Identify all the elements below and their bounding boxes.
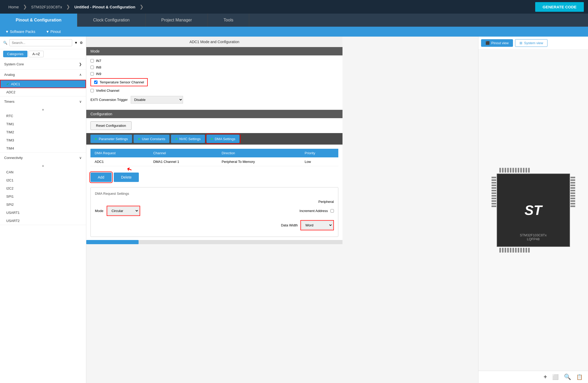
rtc-label: RTC	[6, 114, 13, 118]
chip-right-pins	[570, 177, 575, 207]
usart2-label: USART2	[6, 219, 20, 223]
horizontal-scrollbar[interactable]	[86, 240, 342, 244]
chip-left-pins	[492, 177, 496, 207]
sidebar-item-tim1[interactable]: TIM1	[0, 120, 86, 128]
sidebar-item-tim2[interactable]: TIM2	[0, 128, 86, 136]
sidebar-item-tim4[interactable]: TIM4	[0, 144, 86, 152]
tab-project-manager[interactable]: Project Manager	[146, 14, 208, 27]
fit-view-button[interactable]: ⬜	[552, 374, 559, 380]
exti-label: EXTI Conversion Trigger	[90, 98, 128, 102]
sidebar-item-spi1[interactable]: SPI1	[0, 192, 86, 201]
reset-configuration-button[interactable]: Reset Configuration	[90, 121, 132, 130]
analog-header[interactable]: Analog ∧	[0, 70, 86, 80]
increment-address-checkbox[interactable]	[330, 209, 334, 213]
tab-system-view[interactable]: ⊞ System view	[515, 39, 547, 47]
pin	[492, 195, 496, 197]
pin	[528, 168, 530, 173]
nav-chip[interactable]: STM32F103C8Tx	[27, 3, 66, 11]
tab-clock-configuration[interactable]: Clock Configuration	[77, 14, 146, 27]
sidebar-item-i2c2[interactable]: I2C2	[0, 184, 86, 192]
tab-parameter-settings[interactable]: ● Parameter Settings	[90, 135, 132, 143]
pin	[492, 203, 496, 204]
settings-icon[interactable]: ⚙	[80, 41, 83, 45]
sidebar-item-usart2[interactable]: USART2	[0, 217, 86, 225]
in8-checkbox[interactable]	[90, 66, 94, 69]
sidebar-item-adc2[interactable]: ADC2	[0, 88, 86, 96]
chip-info-label: STM32F103C8Tx LQFP48	[520, 233, 547, 241]
col-priority: Priority	[300, 149, 338, 157]
sidebar-item-can[interactable]: CAN	[0, 168, 86, 176]
chip-with-pins: ST STM32F103C8Tx LQFP48	[497, 174, 570, 247]
temp-sensor-checkbox[interactable]	[94, 81, 98, 84]
system-core-header[interactable]: System Core ❯	[0, 59, 86, 69]
sub-tab-pinout[interactable]: ▼ Pinout	[46, 30, 61, 34]
dma-request-settings: DMA Request Settings Peripheral Mode Cir…	[90, 187, 338, 237]
in9-checkbox[interactable]	[90, 72, 94, 76]
dma-direction-cell: Peripheral To Memory	[218, 157, 300, 166]
sidebar-item-spi2[interactable]: SPI2	[0, 201, 86, 209]
pin	[492, 205, 496, 207]
system-view-label: System view	[524, 41, 543, 45]
pin	[570, 203, 575, 204]
pin	[570, 205, 575, 207]
sidebar-item-usart1[interactable]: USART1	[0, 209, 86, 217]
zoom-out-button[interactable]: 🔍	[564, 374, 571, 380]
tim2-label: TIM2	[6, 130, 14, 134]
col-channel: Channel	[149, 149, 218, 157]
pin	[492, 179, 496, 181]
main-tab-bar: Pinout & Configuration Clock Configurati…	[0, 14, 588, 27]
vrefint-label: Vrefint Channel	[96, 89, 119, 93]
in7-checkbox[interactable]	[90, 59, 94, 62]
peripheral-label: Peripheral	[318, 200, 334, 204]
tab-tools[interactable]: Tools	[208, 14, 249, 27]
delete-dma-button[interactable]: Delete	[114, 173, 139, 182]
config-section-header: Configuration	[86, 110, 342, 118]
chip-package-label: LQFP48	[520, 237, 547, 241]
sidebar-item-i2c1[interactable]: I2C1	[0, 176, 86, 184]
tab-categories[interactable]: Categories	[3, 51, 27, 57]
tab-dma-settings[interactable]: ● DMA Settings	[207, 135, 239, 143]
dropdown-arrow-icon[interactable]: ▼	[74, 41, 78, 45]
pin	[492, 192, 496, 194]
pin	[512, 248, 514, 253]
config-panel: ADC1 Mode and Configuration Mode IN7 IN8…	[86, 37, 342, 244]
tab-user-constants[interactable]: ● User Constants	[134, 135, 169, 143]
sidebar-item-adc1[interactable]: ✔ ADC1	[0, 80, 86, 88]
tab-nvic-settings[interactable]: ● NVIC Settings	[171, 135, 205, 143]
section-connectivity: Connectivity ∨ ▲ CAN I2C1 I2C2 SPI1 SPI2…	[0, 153, 86, 225]
vrefint-checkbox[interactable]	[90, 89, 94, 92]
nav-project[interactable]: Untitled - Pinout & Configuration	[70, 3, 139, 11]
sidebar-item-rtc[interactable]: RTC	[0, 112, 86, 120]
pin	[570, 187, 575, 189]
section-timers: Timers ∨ ▲ RTC TIM1 TIM2 TIM3 TIM4	[0, 96, 86, 153]
grid-icon: ⊞	[520, 41, 522, 45]
nav-home[interactable]: Home	[4, 3, 23, 11]
pin	[523, 168, 524, 173]
dma-channel-cell: DMA1 Channel 1	[149, 157, 218, 166]
scrollbar-thumb[interactable]	[86, 240, 139, 244]
zoom-toolbar: + ⬜ 🔍 📋	[478, 371, 588, 383]
tab-az[interactable]: A->Z	[28, 51, 44, 57]
sub-tab-software-packs[interactable]: ▼ Software Packs	[5, 30, 35, 34]
exti-select[interactable]: Disable Enable	[131, 96, 183, 104]
timers-header[interactable]: Timers ∨	[0, 96, 86, 107]
pin	[570, 200, 575, 202]
zoom-in-button[interactable]: +	[544, 374, 547, 380]
tab-pinout-view[interactable]: ⬛ Pinout view	[481, 39, 513, 47]
chip-top-pins	[499, 168, 530, 173]
tab-pinout-configuration[interactable]: Pinout & Configuration	[0, 14, 77, 27]
data-width-select[interactable]: Byte Half Word Word	[301, 221, 333, 229]
right-panel: ⬛ Pinout view ⊞ System view	[478, 37, 588, 383]
export-button[interactable]: 📋	[576, 374, 583, 380]
connectivity-header[interactable]: Connectivity ∨	[0, 153, 86, 163]
in7-row: IN7	[90, 58, 338, 64]
generate-code-button[interactable]: GENERATE CODE	[535, 2, 584, 12]
add-dma-button[interactable]: Add	[90, 173, 112, 182]
mode-select[interactable]: Circular Normal	[108, 207, 139, 215]
sidebar-item-tim3[interactable]: TIM3	[0, 136, 86, 144]
usart1-label: USART1	[6, 211, 20, 215]
search-input[interactable]	[9, 39, 72, 46]
col-direction: Direction	[218, 149, 300, 157]
pin	[523, 248, 524, 253]
pin	[492, 185, 496, 186]
